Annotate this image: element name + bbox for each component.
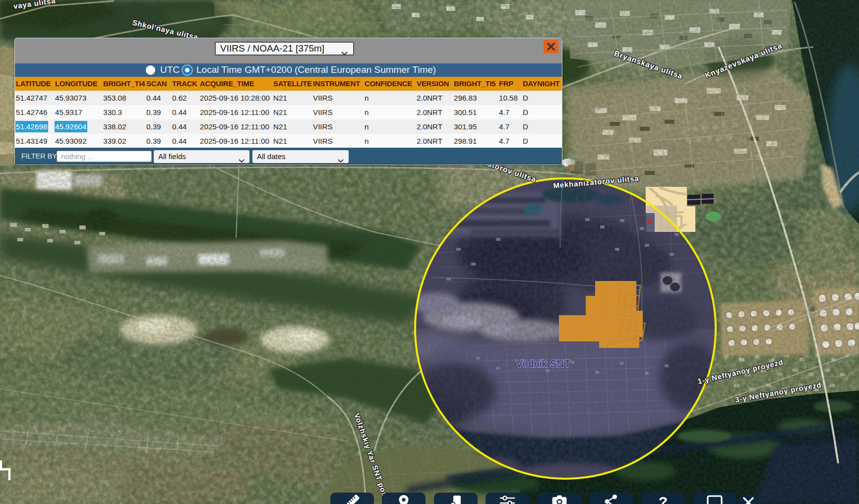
svg-text:?: ? [659, 494, 668, 504]
svg-text:Vodnik SNT: Vodnik SNT [516, 358, 570, 369]
